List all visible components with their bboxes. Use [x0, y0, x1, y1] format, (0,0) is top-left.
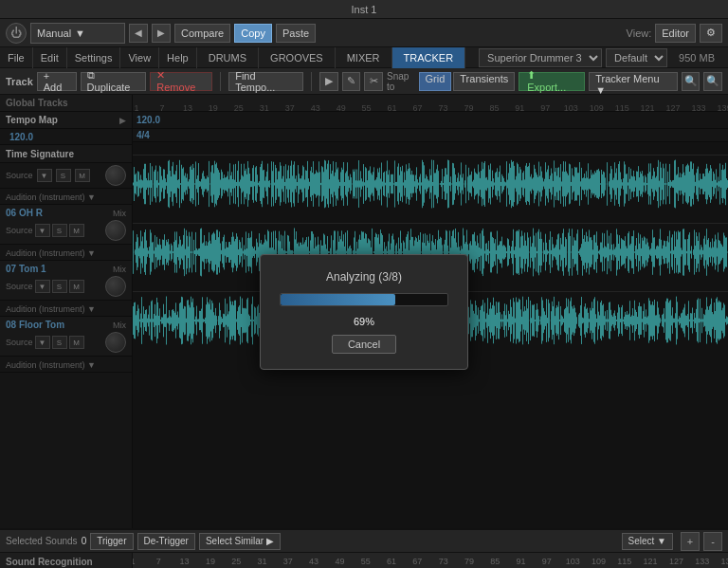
menu-help[interactable]: Help	[159, 47, 197, 68]
nav-forward-button[interactable]: ▶	[152, 24, 171, 43]
memory-display: 950 MB	[671, 52, 722, 64]
select-area: Select ▼	[622, 533, 673, 550]
select-tool-button[interactable]: ▶	[319, 72, 338, 91]
add-track-button[interactable]: + Add	[37, 72, 77, 91]
menu-file[interactable]: File	[0, 47, 33, 68]
nav-back-button[interactable]: ◀	[129, 24, 148, 43]
zoom-in-button[interactable]: 🔍	[682, 72, 701, 91]
sound-recognition-label: Sound Recognition	[6, 557, 126, 567]
export-button[interactable]: ⬆ Export...	[519, 72, 585, 91]
bottom-main-row: Sound Recognition Find drum sounds and r…	[0, 553, 728, 568]
bottom-section: Selected Sounds 0 Trigger De-Trigger Sel…	[0, 528, 728, 568]
analyzing-dialog: Analyzing (3/8) 69% Cancel	[260, 254, 468, 370]
duplicate-track-button[interactable]: ⧉ Duplicate	[81, 72, 147, 91]
separator2	[311, 72, 312, 91]
snap-label: Snap to	[387, 71, 417, 92]
power-button[interactable]: ⏻	[6, 23, 27, 44]
tracker-menu-button[interactable]: Tracker Menu ▼	[589, 72, 678, 91]
grid-snap-button[interactable]: Grid	[419, 72, 452, 91]
progress-percent: 69%	[280, 316, 448, 327]
manual-dropdown[interactable]: Manual ▼	[30, 23, 125, 44]
menu-edit[interactable]: Edit	[33, 47, 67, 68]
view-label: View:	[627, 27, 652, 39]
de-trigger-button[interactable]: De-Trigger	[137, 533, 195, 550]
tab-drums[interactable]: DRUMS	[197, 47, 259, 68]
selected-sounds-label: Selected Sounds	[6, 536, 78, 546]
top-toolbar: ⏻ Manual ▼ ◀ ▶ Compare Copy Paste View: …	[0, 19, 728, 47]
main-area: Global Tracks Tempo Map ▶ 120.0 Time Sig…	[0, 95, 728, 528]
track-bar: Track + Add ⧉ Duplicate ✕ Remove Find Te…	[0, 68, 728, 95]
title-bar: Inst 1	[0, 0, 728, 19]
separator	[220, 72, 221, 91]
copy-button[interactable]: Copy	[234, 24, 272, 43]
menu-bar: File Edit Settings View Help DRUMS GROOV…	[0, 47, 728, 68]
transients-snap-button[interactable]: Transients	[453, 72, 515, 91]
remove-track-button[interactable]: ✕ Remove	[150, 72, 212, 91]
zoom-out-button[interactable]: 🔍	[703, 72, 722, 91]
progress-bar-fill	[281, 294, 395, 305]
compare-button[interactable]: Compare	[174, 24, 230, 43]
trigger-button[interactable]: Trigger	[90, 533, 133, 550]
bottom-left-panel: Sound Recognition Find drum sounds and r…	[0, 553, 133, 568]
tab-mixer[interactable]: MIXER	[336, 47, 392, 68]
bottom-zoom-in[interactable]: +	[681, 532, 700, 551]
menu-settings[interactable]: Settings	[67, 47, 121, 68]
preset-select[interactable]: Default	[606, 48, 667, 67]
window-title: Inst 1	[352, 4, 377, 15]
editor-button[interactable]: Editor	[655, 24, 696, 43]
bottom-ruler-marks: 1713192531374349556167737985919710310911…	[133, 553, 728, 568]
select-button[interactable]: Select ▼	[622, 533, 673, 550]
bottom-right-area: 1713192531374349556167737985919710310911…	[133, 553, 728, 568]
editor-icon-button[interactable]: ⚙	[700, 24, 722, 43]
snap-options: Snap to Grid Transients	[387, 71, 515, 92]
dialog-overlay: Analyzing (3/8) 69% Cancel	[0, 95, 728, 528]
select-similar-button[interactable]: Select Similar ▶	[199, 533, 281, 550]
pencil-tool-button[interactable]: ✎	[342, 72, 361, 91]
menu-view[interactable]: View	[120, 47, 159, 68]
tab-tracker[interactable]: TRACKER	[392, 47, 466, 68]
selected-sounds-count: 0	[82, 536, 87, 546]
bottom-zoom-out[interactable]: -	[703, 532, 722, 551]
dialog-title: Analyzing (3/8)	[280, 270, 448, 284]
bottom-timeline-ruler: 1713192531374349556167737985919710310911…	[133, 553, 728, 568]
paste-button[interactable]: Paste	[276, 24, 316, 43]
bottom-toolbar: Selected Sounds 0 Trigger De-Trigger Sel…	[0, 530, 728, 553]
progress-bar-container	[280, 293, 448, 306]
find-tempo-button[interactable]: Find Tempo...	[228, 72, 303, 91]
plugin-select[interactable]: Superior Drummer 3	[479, 48, 602, 67]
scissors-tool-button[interactable]: ✂	[364, 72, 383, 91]
cancel-button[interactable]: Cancel	[332, 335, 396, 354]
track-label: Track	[6, 76, 33, 87]
tab-grooves[interactable]: GROOVES	[259, 47, 336, 68]
